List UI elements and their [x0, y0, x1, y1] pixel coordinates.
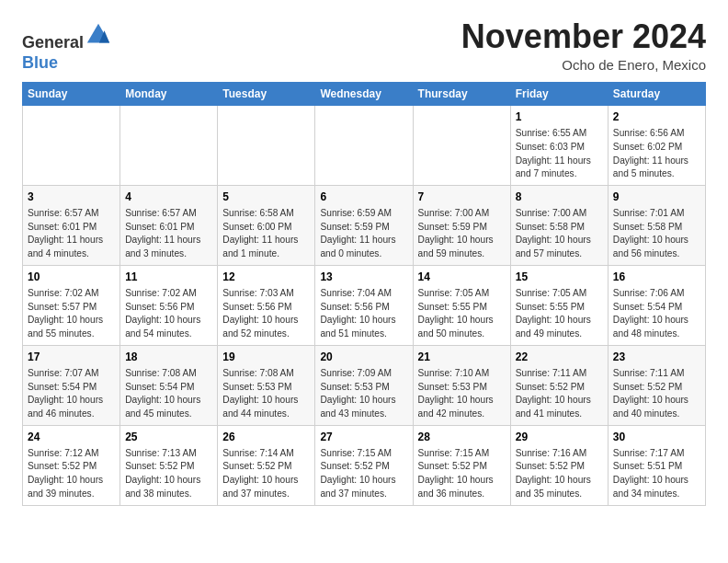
calendar-cell: 13Sunrise: 7:04 AM Sunset: 5:56 PM Dayli…: [315, 266, 413, 346]
calendar-cell: 6Sunrise: 6:59 AM Sunset: 5:59 PM Daylig…: [315, 186, 413, 266]
day-info: Sunrise: 7:00 AM Sunset: 5:58 PM Dayligh…: [516, 207, 603, 261]
calendar-cell: 30Sunrise: 7:17 AM Sunset: 5:51 PM Dayli…: [608, 425, 705, 505]
day-number: 2: [613, 109, 700, 125]
day-info: Sunrise: 7:12 AM Sunset: 5:52 PM Dayligh…: [28, 447, 115, 501]
col-header-monday: Monday: [120, 83, 218, 106]
day-number: 6: [320, 190, 407, 205]
day-info: Sunrise: 7:09 AM Sunset: 5:53 PM Dayligh…: [320, 367, 407, 421]
title-block: November 2024 Ocho de Enero, Mexico: [461, 18, 706, 73]
day-number: 11: [125, 270, 212, 285]
col-header-tuesday: Tuesday: [218, 83, 315, 106]
day-number: 28: [418, 430, 506, 445]
calendar-cell: [23, 106, 120, 186]
calendar-cell: 28Sunrise: 7:15 AM Sunset: 5:52 PM Dayli…: [413, 425, 510, 505]
day-info: Sunrise: 6:57 AM Sunset: 6:01 PM Dayligh…: [125, 207, 212, 261]
day-info: Sunrise: 6:58 AM Sunset: 6:00 PM Dayligh…: [222, 207, 310, 261]
day-number: 13: [320, 270, 407, 285]
day-info: Sunrise: 7:00 AM Sunset: 5:59 PM Dayligh…: [418, 207, 506, 261]
day-number: 7: [418, 190, 506, 205]
page-header: General Blue November 2024 Ocho de Enero…: [22, 18, 706, 73]
calendar-cell: 26Sunrise: 7:14 AM Sunset: 5:52 PM Dayli…: [218, 425, 315, 505]
calendar-cell: 20Sunrise: 7:09 AM Sunset: 5:53 PM Dayli…: [315, 345, 413, 425]
day-number: 30: [613, 430, 700, 445]
day-number: 3: [28, 190, 115, 205]
calendar-cell: 17Sunrise: 7:07 AM Sunset: 5:54 PM Dayli…: [23, 345, 120, 425]
calendar-cell: 8Sunrise: 7:00 AM Sunset: 5:58 PM Daylig…: [510, 186, 608, 266]
day-info: Sunrise: 7:02 AM Sunset: 5:56 PM Dayligh…: [125, 287, 212, 341]
day-number: 5: [222, 190, 310, 205]
day-number: 23: [613, 350, 700, 365]
logo-icon: [85, 22, 111, 48]
day-info: Sunrise: 6:57 AM Sunset: 6:01 PM Dayligh…: [28, 207, 115, 261]
calendar-cell: 29Sunrise: 7:16 AM Sunset: 5:52 PM Dayli…: [510, 425, 608, 505]
calendar-body: 1Sunrise: 6:55 AM Sunset: 6:03 PM Daylig…: [23, 106, 706, 506]
day-info: Sunrise: 7:07 AM Sunset: 5:54 PM Dayligh…: [28, 367, 115, 421]
calendar-cell: 9Sunrise: 7:01 AM Sunset: 5:58 PM Daylig…: [608, 186, 705, 266]
day-number: 9: [613, 190, 700, 205]
day-info: Sunrise: 6:56 AM Sunset: 6:02 PM Dayligh…: [613, 127, 700, 181]
day-number: 25: [125, 430, 212, 445]
calendar-cell: 11Sunrise: 7:02 AM Sunset: 5:56 PM Dayli…: [120, 266, 218, 346]
col-header-wednesday: Wednesday: [315, 83, 413, 106]
logo-text: General Blue: [22, 22, 111, 73]
day-number: 14: [418, 270, 506, 285]
calendar-cell: 3Sunrise: 6:57 AM Sunset: 6:01 PM Daylig…: [23, 186, 120, 266]
day-number: 4: [125, 190, 212, 205]
day-info: Sunrise: 6:59 AM Sunset: 5:59 PM Dayligh…: [320, 207, 407, 261]
calendar-cell: [315, 106, 413, 186]
day-info: Sunrise: 7:14 AM Sunset: 5:52 PM Dayligh…: [222, 447, 310, 501]
calendar-cell: 7Sunrise: 7:00 AM Sunset: 5:59 PM Daylig…: [413, 186, 510, 266]
day-info: Sunrise: 7:11 AM Sunset: 5:52 PM Dayligh…: [516, 367, 603, 421]
calendar-cell: 23Sunrise: 7:11 AM Sunset: 5:52 PM Dayli…: [608, 345, 705, 425]
col-header-thursday: Thursday: [413, 83, 510, 106]
day-info: Sunrise: 7:16 AM Sunset: 5:52 PM Dayligh…: [516, 447, 603, 501]
day-info: Sunrise: 6:55 AM Sunset: 6:03 PM Dayligh…: [516, 127, 603, 181]
day-info: Sunrise: 7:11 AM Sunset: 5:52 PM Dayligh…: [613, 367, 700, 421]
header-row: SundayMondayTuesdayWednesdayThursdayFrid…: [23, 83, 706, 106]
col-header-sunday: Sunday: [23, 83, 120, 106]
day-info: Sunrise: 7:01 AM Sunset: 5:58 PM Dayligh…: [613, 207, 700, 261]
day-info: Sunrise: 7:15 AM Sunset: 5:52 PM Dayligh…: [320, 447, 407, 501]
calendar-cell: 12Sunrise: 7:03 AM Sunset: 5:56 PM Dayli…: [218, 266, 315, 346]
calendar-cell: 1Sunrise: 6:55 AM Sunset: 6:03 PM Daylig…: [510, 106, 608, 186]
day-info: Sunrise: 7:17 AM Sunset: 5:51 PM Dayligh…: [613, 447, 700, 501]
calendar-cell: 14Sunrise: 7:05 AM Sunset: 5:55 PM Dayli…: [413, 266, 510, 346]
month-title: November 2024: [461, 18, 706, 55]
week-row-4: 17Sunrise: 7:07 AM Sunset: 5:54 PM Dayli…: [23, 345, 706, 425]
col-header-saturday: Saturday: [608, 83, 705, 106]
day-info: Sunrise: 7:08 AM Sunset: 5:54 PM Dayligh…: [125, 367, 212, 421]
day-info: Sunrise: 7:04 AM Sunset: 5:56 PM Dayligh…: [320, 287, 407, 341]
day-info: Sunrise: 7:02 AM Sunset: 5:57 PM Dayligh…: [28, 287, 115, 341]
calendar-cell: 18Sunrise: 7:08 AM Sunset: 5:54 PM Dayli…: [120, 345, 218, 425]
calendar-cell: 27Sunrise: 7:15 AM Sunset: 5:52 PM Dayli…: [315, 425, 413, 505]
week-row-1: 1Sunrise: 6:55 AM Sunset: 6:03 PM Daylig…: [23, 106, 706, 186]
day-number: 10: [28, 270, 115, 285]
calendar-cell: 16Sunrise: 7:06 AM Sunset: 5:54 PM Dayli…: [608, 266, 705, 346]
calendar-cell: 5Sunrise: 6:58 AM Sunset: 6:00 PM Daylig…: [218, 186, 315, 266]
day-number: 20: [320, 350, 407, 365]
day-info: Sunrise: 7:03 AM Sunset: 5:56 PM Dayligh…: [222, 287, 310, 341]
calendar-cell: [413, 106, 510, 186]
day-number: 27: [320, 430, 407, 445]
calendar-cell: 19Sunrise: 7:08 AM Sunset: 5:53 PM Dayli…: [218, 345, 315, 425]
day-number: 26: [222, 430, 310, 445]
day-number: 24: [28, 430, 115, 445]
day-info: Sunrise: 7:05 AM Sunset: 5:55 PM Dayligh…: [418, 287, 506, 341]
day-info: Sunrise: 7:06 AM Sunset: 5:54 PM Dayligh…: [613, 287, 700, 341]
calendar-header: SundayMondayTuesdayWednesdayThursdayFrid…: [23, 83, 706, 106]
day-number: 22: [516, 350, 603, 365]
day-number: 21: [418, 350, 506, 365]
calendar-cell: 2Sunrise: 6:56 AM Sunset: 6:02 PM Daylig…: [608, 106, 705, 186]
logo-blue: Blue: [22, 53, 58, 72]
day-number: 16: [613, 270, 700, 285]
day-number: 17: [28, 350, 115, 365]
calendar-cell: [218, 106, 315, 186]
logo: General Blue: [22, 22, 111, 73]
day-info: Sunrise: 7:13 AM Sunset: 5:52 PM Dayligh…: [125, 447, 212, 501]
day-number: 15: [516, 270, 603, 285]
calendar-table: SundayMondayTuesdayWednesdayThursdayFrid…: [22, 82, 706, 506]
day-number: 8: [516, 190, 603, 205]
day-number: 18: [125, 350, 212, 365]
day-number: 1: [516, 109, 603, 125]
day-number: 29: [516, 430, 603, 445]
